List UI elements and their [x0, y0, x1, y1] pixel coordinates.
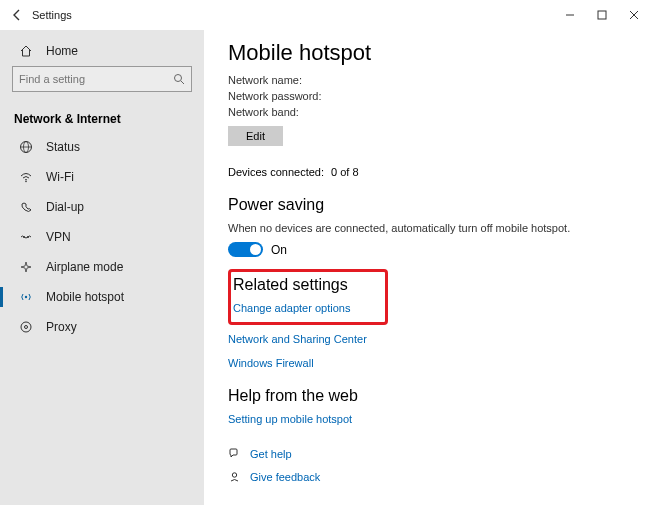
titlebar: Settings — [0, 0, 650, 30]
powersaving-desc: When no devices are connected, automatic… — [228, 222, 630, 234]
wifi-icon — [16, 170, 36, 184]
proxy-icon — [16, 320, 36, 334]
vpn-icon — [16, 230, 36, 244]
devices-label: Devices connected: — [228, 166, 328, 178]
edit-button[interactable]: Edit — [228, 126, 283, 146]
network-band-label: Network band: — [228, 106, 630, 118]
sidebar-item-label: Wi-Fi — [46, 170, 74, 184]
devices-value: 0 of 8 — [331, 166, 359, 178]
get-help-link[interactable]: Get help — [250, 448, 292, 460]
sidebar-item-hotspot[interactable]: Mobile hotspot — [0, 282, 204, 312]
svg-point-13 — [232, 473, 236, 477]
sidebar-item-airplane[interactable]: Airplane mode — [0, 252, 204, 282]
svg-point-12 — [25, 326, 28, 329]
sidebar-item-label: Proxy — [46, 320, 77, 334]
search-icon — [173, 73, 185, 85]
sidebar-item-status[interactable]: Status — [0, 132, 204, 162]
sidebar-item-dialup[interactable]: Dial-up — [0, 192, 204, 222]
link-setup[interactable]: Setting up mobile hotspot — [228, 413, 630, 425]
svg-rect-1 — [598, 11, 606, 19]
home-icon — [16, 44, 36, 58]
network-password-label: Network password: — [228, 90, 630, 102]
sidebar-item-label: Status — [46, 140, 80, 154]
dialup-icon — [16, 200, 36, 214]
back-button[interactable] — [6, 9, 28, 21]
sidebar-item-label: Mobile hotspot — [46, 290, 124, 304]
link-sharing[interactable]: Network and Sharing Center — [228, 333, 630, 345]
sidebar-item-proxy[interactable]: Proxy — [0, 312, 204, 342]
link-firewall[interactable]: Windows Firewall — [228, 357, 630, 369]
highlight-box: Related settings Change adapter options — [228, 269, 388, 325]
related-heading: Related settings — [233, 276, 381, 294]
sidebar-item-wifi[interactable]: Wi-Fi — [0, 162, 204, 192]
home-nav[interactable]: Home — [0, 36, 204, 66]
sidebar-item-vpn[interactable]: VPN — [0, 222, 204, 252]
toggle-state: On — [271, 243, 287, 257]
content: Mobile hotspot Network name: Network pas… — [204, 30, 650, 505]
sidebar-item-label: Airplane mode — [46, 260, 123, 274]
svg-point-7 — [25, 181, 27, 183]
page-title: Mobile hotspot — [228, 40, 630, 66]
active-indicator — [0, 287, 3, 307]
powersaving-heading: Power saving — [228, 196, 630, 214]
sidebar-section: Network & Internet — [0, 102, 204, 132]
feedback-icon — [228, 470, 242, 483]
svg-point-2 — [175, 75, 182, 82]
svg-line-3 — [181, 81, 184, 84]
window-title: Settings — [28, 9, 72, 21]
home-label: Home — [46, 44, 78, 58]
link-adapter[interactable]: Change adapter options — [233, 302, 381, 314]
network-name-label: Network name: — [228, 74, 630, 86]
maximize-button[interactable] — [586, 1, 618, 29]
sidebar-item-label: VPN — [46, 230, 71, 244]
help-icon — [228, 447, 242, 460]
search-input[interactable] — [19, 73, 173, 85]
search-input-wrap[interactable] — [12, 66, 192, 92]
airplane-icon — [16, 260, 36, 274]
hotspot-icon — [16, 290, 36, 304]
close-button[interactable] — [618, 1, 650, 29]
sidebar: Home Network & Internet Status Wi-Fi — [0, 30, 204, 505]
svg-point-10 — [25, 296, 27, 298]
svg-point-11 — [21, 322, 31, 332]
give-feedback-link[interactable]: Give feedback — [250, 471, 320, 483]
globe-icon — [16, 140, 36, 154]
sidebar-item-label: Dial-up — [46, 200, 84, 214]
powersaving-toggle[interactable] — [228, 242, 263, 257]
devices-row: Devices connected: 0 of 8 — [228, 166, 630, 178]
minimize-button[interactable] — [554, 1, 586, 29]
webhelp-heading: Help from the web — [228, 387, 630, 405]
